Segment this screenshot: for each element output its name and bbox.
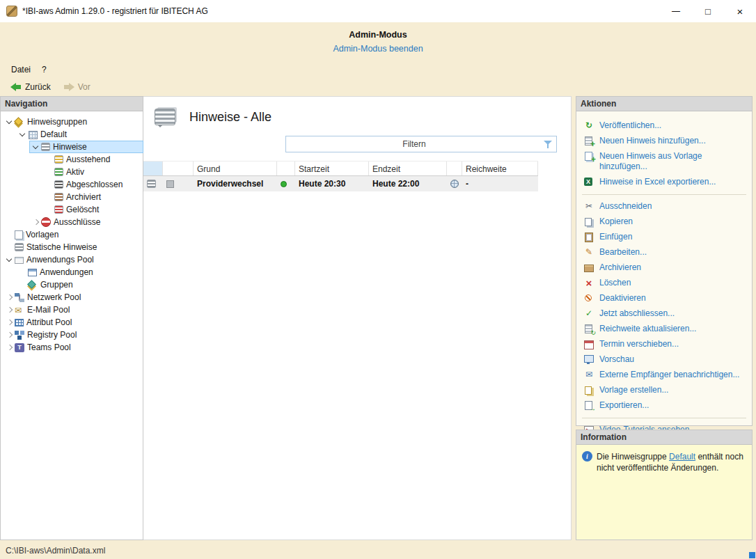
action-vorlage-erstellen[interactable]: Vorlage erstellen... bbox=[576, 383, 752, 398]
menubar: Datei ? bbox=[0, 61, 756, 78]
geloescht-icon bbox=[54, 205, 63, 214]
action-label: Ausschneiden bbox=[599, 201, 652, 212]
tree-item-content: E-Mail Pool bbox=[3, 304, 143, 315]
filter-input[interactable] bbox=[286, 136, 556, 152]
chevron-down-icon[interactable] bbox=[4, 117, 15, 127]
column-header-startzeit[interactable]: Startzeit bbox=[295, 162, 369, 175]
actions-separator bbox=[582, 194, 746, 195]
square-icon bbox=[166, 180, 174, 188]
action-hinweise-in-excel-exportieren[interactable]: Hinweise in Excel exportieren... bbox=[576, 175, 752, 190]
column-header-icon[interactable] bbox=[447, 162, 462, 175]
tree-item-anwendungs-pool[interactable]: Anwendungs Pool bbox=[1, 253, 143, 266]
minimize-button[interactable]: — bbox=[660, 0, 692, 22]
tree-item-hinweisgruppen[interactable]: Hinweisgruppen bbox=[1, 116, 143, 128]
chevron-right-icon[interactable] bbox=[4, 305, 15, 315]
vorlagen-icon bbox=[15, 230, 23, 239]
chevron-right-icon[interactable] bbox=[4, 292, 15, 302]
finish-now-icon bbox=[583, 308, 594, 319]
tree-item-vorlagen[interactable]: Vorlagen bbox=[1, 228, 143, 241]
actions-header: Aktionen bbox=[576, 97, 752, 111]
tree-item-e-mail-pool[interactable]: E-Mail Pool bbox=[1, 304, 143, 316]
information-body: Die Hinweisgruppe Default enthält noch n… bbox=[576, 445, 752, 473]
action-exportieren[interactable]: Exportieren... bbox=[576, 398, 752, 414]
anwendungen-icon bbox=[28, 269, 37, 276]
tree-item-aktiv[interactable]: Aktiv bbox=[1, 166, 143, 178]
tree-item-gruppen[interactable]: Gruppen bbox=[1, 278, 143, 291]
tree-item-abgeschlossen[interactable]: Abgeschlossen bbox=[1, 178, 143, 191]
column-header-icon[interactable] bbox=[163, 162, 194, 175]
tree-item-registry-pool[interactable]: Registry Pool bbox=[1, 329, 143, 341]
app-icon bbox=[6, 6, 17, 17]
window-title: *IBI-aws Admin 1.29.0 - registriert für … bbox=[22, 6, 208, 16]
action-label: Vorschau bbox=[599, 354, 634, 365]
hinweise-icon bbox=[41, 143, 50, 151]
chevron-right-icon[interactable] bbox=[31, 217, 41, 227]
action-bearbeiten[interactable]: Bearbeiten... bbox=[576, 245, 752, 260]
action-loschen[interactable]: Löschen bbox=[576, 276, 752, 291]
menu-datei[interactable]: Datei bbox=[6, 63, 36, 77]
column-header-icon[interactable] bbox=[143, 162, 163, 175]
action-vorschau[interactable]: Vorschau bbox=[576, 352, 752, 368]
preview-icon bbox=[583, 354, 594, 365]
forward-button[interactable]: Vor bbox=[58, 81, 95, 93]
action-label: Einfügen bbox=[599, 232, 632, 242]
table-row[interactable]: ProviderwechselHeute 20:30Heute 22:00- bbox=[143, 176, 538, 191]
tree-item-hinweise[interactable]: Hinweise bbox=[1, 141, 143, 153]
tree-item-default[interactable]: Default bbox=[1, 128, 143, 141]
close-button[interactable]: × bbox=[724, 0, 756, 22]
tree-item-anwendungen[interactable]: Anwendungen bbox=[1, 266, 143, 278]
tree-item-attribut-pool[interactable]: Attribut Pool bbox=[1, 316, 143, 329]
column-header-grund[interactable]: Grund bbox=[194, 162, 277, 175]
chevron-right-icon[interactable] bbox=[4, 330, 15, 340]
menu-help[interactable]: ? bbox=[36, 63, 52, 77]
action-einfugen[interactable]: Einfügen bbox=[576, 230, 752, 245]
chevron-spacer bbox=[44, 180, 54, 189]
action-neuen-hinweis-hinzufugen[interactable]: Neuen Hinweis hinzufügen... bbox=[576, 134, 752, 149]
chevron-down-icon[interactable] bbox=[17, 129, 28, 139]
column-header-reichweite[interactable]: Reichweite bbox=[462, 162, 538, 175]
copy-icon bbox=[583, 216, 594, 227]
table-cell: Providerwechsel bbox=[194, 179, 277, 189]
action-archivieren[interactable]: Archivieren bbox=[576, 260, 752, 276]
maximize-button[interactable]: □ bbox=[692, 0, 724, 22]
tree-item-geloscht[interactable]: Gelöscht bbox=[1, 203, 143, 216]
tree-item-label: Attribut Pool bbox=[26, 317, 72, 327]
attribut-pool-icon bbox=[15, 319, 24, 326]
tree-item-statische-hinweise[interactable]: Statische Hinweise bbox=[1, 241, 143, 253]
toolbar: Zurück Vor bbox=[0, 78, 756, 96]
information-text: Die Hinweisgruppe Default enthält noch n… bbox=[597, 451, 746, 473]
filter-funnel-icon[interactable] bbox=[543, 141, 553, 149]
action-veroffentlichen[interactable]: Veröffentlichen... bbox=[576, 118, 752, 134]
column-header-endzeit[interactable]: Endzeit bbox=[369, 162, 447, 175]
refresh-reach-icon bbox=[583, 324, 594, 334]
action-label: Löschen bbox=[599, 278, 631, 288]
action-neuen-hinweis-aus-vorlage-hinzufugen[interactable]: Neuen Hinweis aus Vorlage hinzufügen... bbox=[576, 149, 752, 175]
default-group-link[interactable]: Default bbox=[669, 452, 695, 462]
tree-item-ausschlusse[interactable]: Ausschlüsse bbox=[1, 216, 143, 228]
hinweise-note-icon bbox=[155, 109, 175, 125]
column-header-icon[interactable] bbox=[277, 162, 295, 175]
action-ausschneiden[interactable]: Ausschneiden bbox=[576, 199, 752, 214]
resize-grip[interactable] bbox=[749, 552, 755, 558]
tree-item-ausstehend[interactable]: Ausstehend bbox=[1, 153, 143, 166]
admin-mode-exit-link[interactable]: Admin-Modus beenden bbox=[333, 44, 423, 54]
action-deaktivieren[interactable]: Deaktivieren bbox=[576, 291, 752, 306]
action-jetzt-abschliessen[interactable]: Jetzt abschliessen... bbox=[576, 306, 752, 322]
table-cell bbox=[447, 180, 462, 188]
tree-item-label: Gelöscht bbox=[66, 205, 99, 214]
action-kopieren[interactable]: Kopieren bbox=[576, 214, 752, 230]
back-button[interactable]: Zurück bbox=[6, 81, 56, 93]
chevron-down-icon[interactable] bbox=[4, 255, 15, 265]
chevron-down-icon[interactable] bbox=[31, 142, 41, 152]
tree-item-archiviert[interactable]: Archiviert bbox=[1, 191, 143, 203]
tree-item-netzwerk-pool[interactable]: Netzwerk Pool bbox=[1, 291, 143, 304]
tree-item-content: Abgeschlossen bbox=[43, 179, 143, 190]
chevron-right-icon[interactable] bbox=[4, 317, 15, 327]
admin-mode-banner: Admin-Modus Admin-Modus beenden bbox=[0, 22, 756, 61]
tree-item-teams-pool[interactable]: Teams Pool bbox=[1, 341, 143, 354]
chevron-right-icon[interactable] bbox=[4, 343, 15, 352]
action-termin-verschieben[interactable]: Termin verschieben... bbox=[576, 337, 752, 352]
action-reichweite-aktualisieren[interactable]: Reichweite aktualisieren... bbox=[576, 322, 752, 337]
tree-item-label: Netzwerk Pool bbox=[27, 292, 81, 302]
action-externe-empfanger-benachrichtigen[interactable]: Externe Empfänger benachrichtigen... bbox=[576, 368, 752, 383]
